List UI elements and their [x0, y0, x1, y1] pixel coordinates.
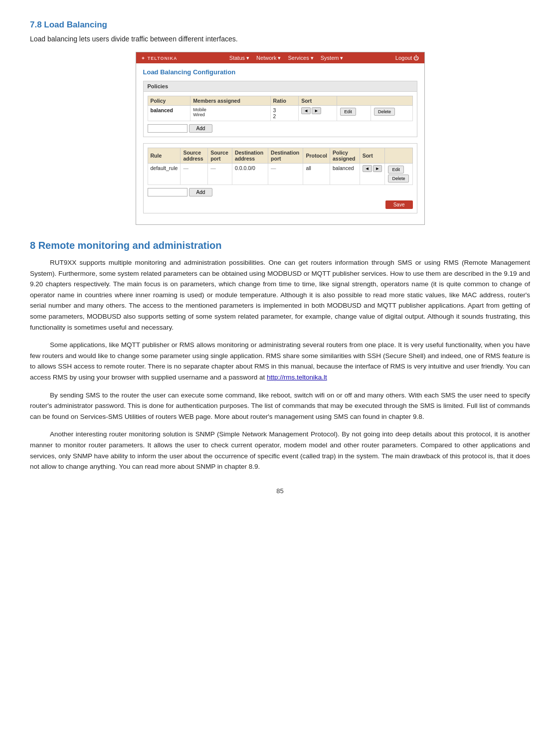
col-policy: Policy: [148, 96, 190, 106]
policy-name: balanced: [148, 106, 190, 121]
router-content-area: Load Balancing Configuration Policies Po…: [136, 63, 424, 224]
section-78-intro: Load balancing lets users divide traffic…: [30, 35, 530, 43]
section-8-para2: Some applications, like MQTT publisher o…: [30, 340, 530, 382]
col-sort-rules: Sort: [360, 148, 385, 164]
col-dst-port: Destination port: [268, 148, 303, 164]
nav-network[interactable]: Network ▾: [256, 55, 281, 61]
rule-src-addr: —: [181, 164, 208, 185]
router-page-title: Load Balancing Configuration: [143, 68, 417, 76]
save-row: Save: [148, 200, 413, 209]
col-src-port: Source port: [208, 148, 232, 164]
rule-dst-port: —: [268, 164, 303, 185]
section-78-heading: 7.8 Load Balancing: [30, 20, 530, 30]
rule-edit-delete: Edit: [387, 165, 409, 174]
rule-edit-btn[interactable]: Edit: [388, 166, 404, 174]
new-policy-input[interactable]: [148, 124, 187, 133]
col-sort: Sort: [299, 96, 337, 106]
section-8-heading: 8 Remote monitoring and administration: [30, 240, 530, 251]
col-policy-assigned: Policy assigned: [330, 148, 360, 164]
policy-delete-btn[interactable]: Delete: [374, 108, 395, 116]
router-navbar: ✦ TELTONIKA Status ▾ Network ▾ Services …: [136, 52, 424, 63]
rules-table: Rule Source address Source port Destinat…: [148, 148, 413, 185]
rules-body: Rule Source address Source port Destinat…: [144, 144, 417, 213]
policy-ratio: 3 2: [270, 106, 299, 121]
col-rule-actions: [385, 148, 412, 164]
rule-delete-div: Delete: [387, 174, 409, 183]
col-dst-addr: Destination address: [232, 148, 268, 164]
policy-edit-btn[interactable]: Edit: [340, 108, 356, 116]
nav-status[interactable]: Status ▾: [229, 55, 249, 61]
rule-policy-assigned: balanced: [330, 164, 360, 185]
policy-edit-cell: Edit: [337, 106, 371, 121]
member-mobile: Mobile: [193, 107, 267, 112]
col-rule: Rule: [148, 148, 181, 164]
nav-system[interactable]: System ▾: [321, 55, 344, 61]
sort-arrows-policy: ◄ ►: [301, 107, 321, 114]
add-policy-btn[interactable]: Add: [189, 124, 213, 133]
rule-sort: ◄ ►: [360, 164, 385, 185]
policies-header: Policies: [144, 81, 417, 92]
col-protocol: Protocol: [303, 148, 330, 164]
add-policy-row: Add: [148, 124, 413, 133]
rule-row-default: default_rule — — 0.0.0.0/0 — all balance…: [148, 164, 412, 185]
rule-sort-left-btn[interactable]: ◄: [363, 165, 372, 172]
add-rule-btn[interactable]: Add: [189, 188, 213, 196]
ratio-2: 2: [273, 113, 296, 119]
col-src-addr: Source address: [181, 148, 208, 164]
nav-services[interactable]: Services ▾: [288, 55, 313, 61]
sort-right-btn[interactable]: ►: [312, 107, 321, 114]
page-number: 85: [30, 487, 530, 495]
router-nav-menu[interactable]: Status ▾ Network ▾ Services ▾ System ▾: [229, 55, 344, 61]
router-ui-screenshot: ✦ TELTONIKA Status ▾ Network ▾ Services …: [136, 52, 425, 225]
rules-section-box: Rule Source address Source port Destinat…: [143, 143, 417, 213]
policies-section-box: Policies Policy Members assigned Ratio S…: [143, 81, 417, 137]
logo-text: TELTONIKA: [148, 56, 178, 61]
rule-name: default_rule: [148, 164, 181, 185]
sort-arrows-rule: ◄ ►: [363, 165, 382, 172]
new-rule-input[interactable]: [148, 188, 187, 196]
rule-protocol: all: [303, 164, 330, 185]
rule-delete-btn[interactable]: Delete: [388, 175, 409, 183]
member-wired: Wired: [193, 112, 267, 117]
section-8-para4: Another interesting router monitoring so…: [30, 429, 530, 472]
rule-dst-addr: 0.0.0.0/0: [232, 164, 268, 185]
rms-link[interactable]: http://rms.teltonika.lt: [267, 374, 327, 381]
save-button[interactable]: Save: [385, 200, 413, 209]
section-8-para1: RUT9XX supports multiple monitoring and …: [30, 257, 530, 333]
add-rule-row: Add: [148, 188, 413, 196]
policy-delete-cell: Delete: [371, 106, 412, 121]
policies-body: Policy Members assigned Ratio Sort balan…: [144, 92, 417, 137]
policy-row-balanced: balanced Mobile Wired 3 2: [148, 106, 412, 121]
sort-left-btn[interactable]: ◄: [301, 107, 311, 114]
col-members: Members assigned: [190, 96, 270, 106]
col-actions: [337, 96, 412, 106]
policies-table: Policy Members assigned Ratio Sort balan…: [148, 96, 413, 121]
section-8-para3: By sending SMS to the router the user ca…: [30, 390, 530, 422]
router-logo: ✦ TELTONIKA: [141, 54, 178, 61]
rule-src-port: —: [208, 164, 232, 185]
col-ratio: Ratio: [270, 96, 299, 106]
ratio-3: 3: [273, 107, 296, 113]
policy-sort: ◄ ►: [299, 106, 337, 121]
rule-action-cell: Edit Delete: [385, 164, 412, 185]
rule-sort-right-btn[interactable]: ►: [373, 165, 382, 172]
router-logout[interactable]: Logout ⏻: [395, 55, 419, 61]
policy-members: Mobile Wired: [190, 106, 270, 121]
